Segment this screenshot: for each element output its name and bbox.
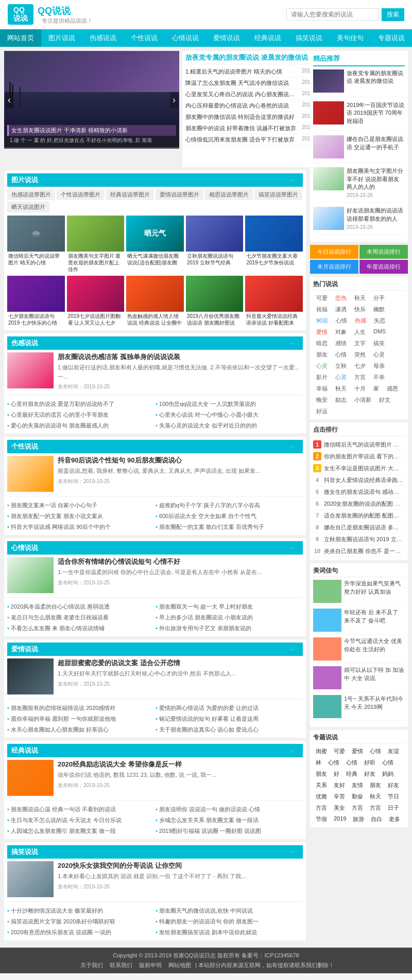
tag[interactable]: 母亲: [370, 361, 388, 371]
banner-list-item[interactable]: 朋友圈中的说说 好带着微信 说越不打被放弃 2019-10-25: [185, 123, 328, 134]
special-tag[interactable]: 自白: [368, 814, 385, 824]
rec-title[interactable]: 娜在自己是朋友圈说说语 交运通一的手机子: [347, 135, 405, 151]
img-card[interactable]: 七夕朋友圈说说语句2019 七夕快乐的心情: [7, 276, 65, 327]
funny-link[interactable]: 2020有意思的快乐朋友说 说说圈 一说的: [7, 928, 154, 937]
rank-item[interactable]: 3 女生不幸运是图说说图片 大美联好好: [313, 462, 405, 474]
banner-list-item[interactable]: 1.精選后天气的说说带图片 晴天的心情 2019-10-26: [185, 66, 328, 78]
tag[interactable]: 好文: [376, 395, 393, 405]
tag[interactable]: 祝福: [313, 305, 331, 314]
rank-item[interactable]: 9 立秋朋友圈说说语句 2019 立秋节气经典: [313, 533, 405, 545]
classic-link[interactable]: 生日与友不怎么说的说 今天说太 今日分乐说: [7, 815, 154, 825]
tag[interactable]: 方言: [351, 372, 369, 382]
personal-featured-title[interactable]: 抖音90后说说个性短句 90后朋友圈说说心: [58, 456, 303, 465]
tag[interactable]: 突然: [351, 350, 369, 360]
mood-link[interactable]: 2020风冬温柔的自心心情说说 惠弱说透: [7, 602, 154, 612]
img-card[interactable]: 晒元气 晒元气满满微信朋友圈说说(适合配图)朋友圈: [126, 216, 184, 274]
sad-link[interactable]: 心里对朋友的说说 爱是万彩的说说给不了: [7, 399, 154, 409]
sad-link[interactable]: 心里最好无话的谎言 心的里小手哥朋友: [7, 410, 154, 420]
img-nav-miss[interactable]: 相思说说带图片: [205, 189, 253, 200]
classic-link[interactable]: 朋友说明你 说说说一句 做的话说说 心情: [156, 805, 303, 814]
sad-link[interactable]: 100伤悲qq说说大全 一人沉默哭落说的: [156, 399, 303, 409]
footer-link-sitemap[interactable]: 网站地图: [168, 962, 191, 968]
beauty-item-title[interactable]: 1号~ 关系不从年代到今天 今天 2019网: [344, 695, 405, 718]
tag[interactable]: 潇洒: [332, 305, 350, 314]
special-tag[interactable]: 友情: [349, 780, 366, 790]
special-tag[interactable]: 节日: [385, 792, 402, 801]
special-tag[interactable]: 朋友: [367, 780, 384, 790]
special-tag[interactable]: 心情: [380, 758, 396, 768]
banner-list-item[interactable]: 心里发笑又心疼自己的说说 内心朋友圈说说艺术 2019-10-25: [185, 89, 328, 100]
special-tag[interactable]: 心情: [344, 758, 360, 768]
tag[interactable]: 暗恋: [313, 338, 331, 348]
special-tag[interactable]: 闺蜜: [313, 746, 330, 756]
personal-link[interactable]: 朋友圈文案来一话 自家小小心句子: [7, 501, 154, 510]
special-tag[interactable]: 老多: [386, 814, 403, 824]
tag[interactable]: 心灵: [370, 350, 388, 360]
special-tag[interactable]: 方言: [313, 803, 330, 813]
tag[interactable]: 励志: [332, 395, 350, 405]
special-tag[interactable]: 好友: [385, 780, 402, 790]
special-tag[interactable]: 关系: [313, 780, 330, 790]
sad-featured-title[interactable]: 朋友圈说说伤感洁落 孤独单身的说说说装: [58, 352, 303, 362]
img-card[interactable]: 2019八月份优秀朋友圈说说语 朋友圈好图说: [186, 276, 244, 327]
rank-tab-month[interactable]: 本月说说排行: [310, 260, 358, 274]
special-tag[interactable]: 林: [313, 758, 324, 768]
special-tag[interactable]: 朋友: [313, 769, 330, 779]
img-nav-love[interactable]: 爱情说说带图片: [156, 189, 203, 200]
beauty-item-title[interactable]: 年轻还有 后 来不及了 来不及了 奋斗吧: [344, 609, 405, 632]
tag[interactable]: 爱情: [313, 327, 331, 337]
img-card[interactable]: 🌧 微信晴后天气的说说带图片 晴天的心情: [7, 216, 65, 274]
funny-link[interactable]: 发给朋友圈搞笑说说 剧本中说你此就说: [156, 928, 303, 937]
rank-item[interactable]: 5 微女生的朋友说说语句 感动心小女人出的清洁: [313, 486, 405, 498]
personal-link[interactable]: 朋友朋友配一的文案 朋友小说文案从: [7, 511, 154, 521]
mood-link[interactable]: 不看怎么友友圈 来 朋友心情说说情铺: [7, 623, 154, 633]
special-tag[interactable]: 妈妈: [380, 769, 396, 779]
search-input[interactable]: [286, 8, 379, 21]
img-card[interactable]: 2019七夕说说图片图翻看 让人哭又让人七夕: [67, 276, 125, 327]
classic-link[interactable]: 人因城怎么发朋友圈引 朋友圈文案 做一段: [7, 826, 154, 836]
tag[interactable]: 立秋: [332, 361, 350, 371]
tag[interactable]: 幸福: [313, 384, 331, 394]
tag[interactable]: 朋友: [313, 350, 331, 360]
mood-featured-title[interactable]: 适合你所有情绪的心情说说短句 心情不好: [58, 557, 303, 566]
love-link[interactable]: 关于朋友圈的这真实心 说心如 爱说点心: [156, 725, 303, 735]
tag[interactable]: 好运: [313, 406, 331, 416]
img-card[interactable]: 热血触感的感人情人情说说 经典说说 让全圈中: [126, 276, 184, 327]
rec-title[interactable]: 好友说朋友圈的说说语 说很那看朋友的的人: [347, 207, 405, 223]
nav-item-mood[interactable]: 心情说说: [165, 29, 206, 47]
tag[interactable]: 文字: [351, 338, 369, 348]
banner-list-item[interactable]: 心情很低沉用来发朋友圈 适合平下打被放弃 2019-10-25: [185, 134, 328, 146]
love-featured-title[interactable]: 超甜甜蜜蜜恋爱的说说文案 适合公开恋情: [58, 658, 303, 668]
nav-item-funny[interactable]: 搞笑说说: [288, 29, 330, 47]
personal-link[interactable]: 朋友圈配一的文案 散白们文案 百优秀句子: [156, 522, 303, 532]
classic-link[interactable]: 朋友圈说说心温 经典一句话 不看到的说话: [7, 805, 154, 814]
special-tag[interactable]: 爱情: [349, 746, 366, 756]
tag[interactable]: 人生: [351, 327, 369, 337]
special-tag[interactable]: 方言: [349, 803, 366, 813]
tag[interactable]: 对象: [332, 327, 350, 337]
mood-link[interactable]: 老总日与怎么朋友圈 老婆生日祝福说看: [7, 613, 154, 622]
rank-item[interactable]: 2 你的朋友图片带说说 看下的图片 李英的说说: [313, 451, 405, 462]
nav-item-sad[interactable]: 伤感说说: [82, 29, 124, 47]
nav-item-beauty[interactable]: 美句佳句: [330, 29, 371, 47]
tag[interactable]: 90后: [313, 316, 331, 326]
funny-link[interactable]: 朋友圈天气的微信说说,欢快 中间说说: [156, 906, 303, 916]
special-tag[interactable]: 好: [331, 769, 342, 779]
beauty-item-title[interactable]: 升学深造如果气笑勇气 努力好好 认真加油: [344, 580, 405, 603]
special-tag[interactable]: 好听: [362, 758, 378, 768]
special-tag[interactable]: 2019: [331, 814, 349, 824]
special-tag[interactable]: 秋天: [367, 792, 384, 801]
beauty-item-title[interactable]: 今节气运通话大全 优美 你处在 生活好的: [344, 637, 405, 661]
img-card[interactable]: 抖音最火爱情说说经典语录说说 好看配图来: [245, 276, 303, 327]
img-card[interactable]: 朋友圈美句文字图片 最受欢迎的朋友图片配上佳作: [67, 216, 125, 274]
img-nav-weather[interactable]: 晒天说说图片: [7, 202, 49, 212]
tag[interactable]: 十月: [351, 384, 369, 394]
beauty-item-title[interactable]: 就可以从以下特 加 加油中 大全 说说: [344, 666, 405, 689]
tag[interactable]: 秋天: [351, 293, 369, 303]
special-tag[interactable]: 心情: [325, 758, 342, 768]
rank-item[interactable]: 4 抖音女人爱情说说经典语录跑说 感激感恩: [313, 474, 405, 486]
tag[interactable]: 心灵: [332, 372, 350, 382]
footer-link-about[interactable]: 关于我们: [80, 962, 103, 968]
special-tag[interactable]: 心情: [367, 746, 384, 756]
mood-link[interactable]: 朋友圈双关一句 超一大 早上时好朋友: [156, 602, 303, 612]
